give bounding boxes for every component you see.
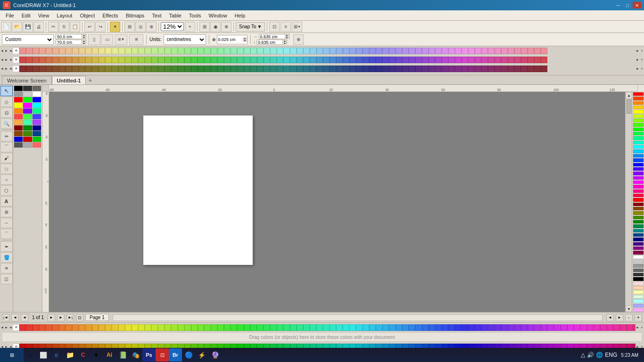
- palette-color-cell[interactable]: [488, 66, 495, 72]
- palette-color-cell[interactable]: [125, 57, 132, 63]
- palette-color-cell[interactable]: [211, 48, 217, 54]
- bp-color-cell[interactable]: [396, 324, 402, 331]
- palette-color-cell[interactable]: [19, 48, 26, 54]
- bp-color-cell[interactable]: [554, 324, 561, 331]
- bp-color-cell[interactable]: [33, 324, 39, 331]
- menu-effects[interactable]: Effects: [99, 12, 122, 19]
- palette-color-cell[interactable]: [462, 57, 468, 63]
- palette-color-cell[interactable]: [165, 66, 171, 72]
- snap-guide-btn[interactable]: ≡: [281, 22, 291, 32]
- palette-color-cell[interactable]: [184, 57, 191, 63]
- palette-color-cell[interactable]: [336, 48, 343, 54]
- palette-color-cell[interactable]: [541, 57, 547, 63]
- select-tool[interactable]: ↖: [0, 86, 13, 96]
- palette-color-cell[interactable]: [264, 66, 270, 72]
- tab-welcome[interactable]: Welcome Screen: [2, 76, 52, 84]
- left-color-cell[interactable]: [33, 120, 41, 125]
- palette-color-cell[interactable]: [151, 48, 158, 54]
- palette-color-cell[interactable]: [290, 66, 297, 72]
- palette-color-cell[interactable]: [244, 57, 250, 63]
- palette-end-3[interactable]: ►: [636, 64, 640, 73]
- open-button[interactable]: 📂: [12, 22, 22, 32]
- first-page-btn[interactable]: |◄: [2, 314, 9, 321]
- palette-color-cell[interactable]: [541, 66, 547, 72]
- redo-button[interactable]: ↪: [95, 22, 106, 32]
- palette-color-cell[interactable]: [448, 57, 455, 63]
- page-width-input[interactable]: 50.0 cm ▲ ▼: [56, 34, 86, 39]
- height-down-arrow[interactable]: ▼: [82, 42, 86, 45]
- palette-color-cell[interactable]: [356, 57, 363, 63]
- palette-color-cell[interactable]: [435, 66, 442, 72]
- bp-color-cell[interactable]: [534, 324, 541, 331]
- palette-color-cell[interactable]: [349, 57, 356, 63]
- palette-color-cell[interactable]: [158, 57, 165, 63]
- palette-prev-1[interactable]: ◄: [0, 46, 4, 55]
- palette-color-cell[interactable]: [396, 66, 402, 72]
- left-color-cell[interactable]: [14, 91, 23, 97]
- bp-color-cell[interactable]: [138, 324, 145, 331]
- bp-color-cell[interactable]: [165, 324, 171, 331]
- palette-color-cell[interactable]: [422, 57, 429, 63]
- canvas-background[interactable]: [49, 92, 625, 312]
- palette-color-cell[interactable]: [158, 48, 165, 54]
- palette-color-cell[interactable]: [178, 48, 184, 54]
- right-palette-cell[interactable]: [633, 198, 644, 201]
- taskbar-app9[interactable]: 🎭: [129, 348, 142, 362]
- palette-color-cell[interactable]: [237, 48, 244, 54]
- palette-color-cell[interactable]: [99, 66, 105, 72]
- left-color-cell[interactable]: [33, 91, 41, 97]
- left-color-cell[interactable]: [33, 131, 41, 136]
- palette-color-cell[interactable]: [33, 57, 39, 63]
- right-palette-cell[interactable]: [633, 260, 644, 263]
- tray-network2[interactable]: 🌐: [596, 352, 603, 358]
- bp-color-cell[interactable]: [435, 324, 442, 331]
- bp-color-cell[interactable]: [376, 324, 382, 331]
- bp-color-cell[interactable]: [224, 324, 231, 331]
- zoom-tool[interactable]: 🔍: [0, 118, 13, 129]
- bp-color-cell[interactable]: [508, 324, 514, 331]
- right-palette-cell[interactable]: [633, 264, 644, 267]
- palette-color-cell[interactable]: [501, 57, 508, 63]
- bp-prev-1[interactable]: ◄: [0, 323, 4, 332]
- palette-color-cell[interactable]: [336, 57, 343, 63]
- left-color-cell[interactable]: [23, 120, 32, 125]
- palette-color-cell[interactable]: [231, 48, 237, 54]
- bp-color-cell[interactable]: [158, 324, 165, 331]
- palette-color-cell[interactable]: [310, 57, 316, 63]
- left-color-cell[interactable]: [33, 142, 41, 148]
- palette-color-cell[interactable]: [125, 48, 132, 54]
- close-button[interactable]: ✕: [633, 2, 641, 8]
- table-tool[interactable]: ⊞: [0, 207, 13, 217]
- palette-color-cell[interactable]: [158, 66, 165, 72]
- palette-color-cell[interactable]: [343, 57, 349, 63]
- left-color-cell[interactable]: [14, 137, 23, 142]
- palette-color-cell[interactable]: [481, 57, 488, 63]
- palette-color-cell[interactable]: [495, 66, 501, 72]
- left-color-cell[interactable]: [14, 97, 23, 102]
- palette-color-cell[interactable]: [343, 66, 349, 72]
- palette-color-cell[interactable]: [237, 66, 244, 72]
- print-button[interactable]: 🖨: [33, 22, 44, 32]
- cut-button[interactable]: ✂: [48, 22, 58, 32]
- palette-next-1a[interactable]: ►: [4, 46, 8, 55]
- right-palette-cell[interactable]: [633, 255, 644, 259]
- palette-color-cell[interactable]: [422, 48, 429, 54]
- bp-color-cell[interactable]: [547, 324, 554, 331]
- palette-color-cell[interactable]: [462, 48, 468, 54]
- palette-color-cell[interactable]: [26, 57, 33, 63]
- next-page-btn-2[interactable]: ►: [57, 314, 65, 321]
- left-color-cell[interactable]: [23, 103, 32, 108]
- nudge-down-arrow[interactable]: ▼: [243, 40, 247, 42]
- palette-color-cell[interactable]: [514, 48, 521, 54]
- palette-color-cell[interactable]: [290, 48, 297, 54]
- right-palette-cell[interactable]: [633, 92, 644, 96]
- tray-network[interactable]: △: [581, 352, 585, 358]
- palette-color-cell[interactable]: [481, 48, 488, 54]
- page-height-input[interactable]: 70.0 cm ▲ ▼: [56, 40, 86, 45]
- palette-color-cell[interactable]: [534, 66, 541, 72]
- bp-color-cell[interactable]: [475, 324, 481, 331]
- palette-end-1b[interactable]: »: [640, 46, 644, 55]
- palette-color-cell[interactable]: [316, 48, 323, 54]
- right-palette-cell[interactable]: [633, 128, 644, 131]
- left-color-cell[interactable]: [33, 114, 41, 119]
